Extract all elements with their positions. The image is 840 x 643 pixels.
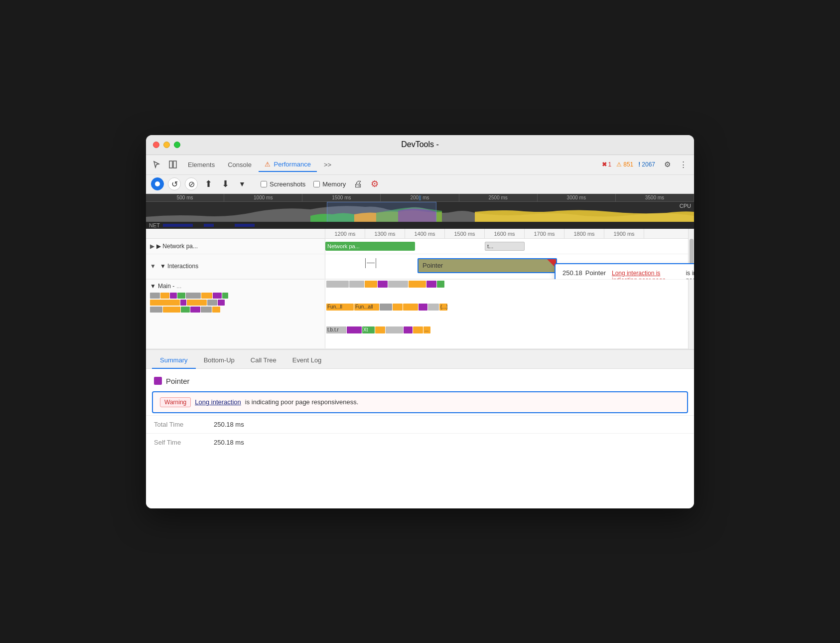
screenshots-checkbox-input[interactable] (261, 181, 267, 187)
main-track-row: ▼ Main - ... (146, 279, 694, 349)
badge-section: ✖ 1 ⚠ 851 ! 2067 ⚙ ⋮ (602, 158, 690, 171)
settings-icon[interactable]: ⚙ (660, 158, 674, 171)
settings-red-icon[interactable]: ⚙ (371, 178, 379, 189)
total-time-value: 250.18 ms (214, 421, 244, 428)
track-container: ▶ ▶ Network pa... Network pa... t... ▼ ▼… (146, 239, 694, 349)
tab-more[interactable]: >> (318, 158, 337, 171)
flame-xt (347, 326, 362, 333)
main-label-title: ▼ Main - ... (150, 283, 321, 290)
ts-1500: 1500 ms (445, 229, 485, 238)
warning-badge[interactable]: ⚠ 851 (616, 161, 633, 168)
flame-purple-1 (170, 293, 177, 299)
warning-message: is indicating poor page responsiveness. (245, 398, 359, 406)
minimize-button[interactable] (163, 142, 170, 148)
scale-2000ms: 200|| ms (381, 194, 459, 201)
svg-point-2 (155, 181, 160, 186)
flame-row-2 (150, 300, 321, 306)
main-toolbar: Elements Console ⚠ Performance >> ✖ 1 ⚠ … (146, 155, 694, 175)
flame-purple-2 (213, 293, 222, 299)
tab-elements[interactable]: Elements (182, 158, 221, 171)
flame-yellow-5 (212, 307, 220, 313)
memory-checkbox-input[interactable] (313, 181, 320, 187)
summary-title: Pointer (166, 377, 190, 385)
flame-yellow-3 (187, 300, 207, 306)
cpu-label: CPU (680, 203, 691, 209)
tab-summary[interactable]: Summary (152, 352, 196, 369)
close-button[interactable] (153, 142, 159, 148)
long-interaction-link[interactable]: Long interaction (195, 398, 241, 406)
flame-xt-label: Xt (362, 326, 375, 333)
flame-chart-main[interactable]: Fun...ll Fun...all (...) t.b.t.r (325, 280, 694, 349)
tab-performance[interactable]: ⚠ Performance (259, 158, 317, 172)
svg-rect-0 (169, 161, 172, 168)
download-button[interactable]: ⬇ (219, 177, 232, 190)
memory-checkbox[interactable]: Memory (313, 180, 346, 188)
dropdown-button[interactable]: ▼ (236, 177, 249, 190)
tooltip-long-interaction-link[interactable]: Long interaction is indicating poor page… (612, 270, 683, 279)
svg-rect-1 (173, 161, 176, 168)
scale-2500ms: 2500 ms (459, 194, 538, 201)
vertical-scrollbar[interactable] (688, 229, 694, 349)
flame-main-4 (378, 281, 388, 288)
layout-icon[interactable] (166, 158, 180, 171)
upload-button[interactable]: ⬆ (202, 177, 215, 190)
cursor-icon[interactable] (150, 158, 164, 171)
main-timeline: 1200 ms 1300 ms 1400 ms 1500 ms 1600 ms … (146, 229, 694, 349)
main-track-label[interactable]: ▼ Main - ... (146, 280, 325, 348)
tab-bottom-up[interactable]: Bottom-Up (196, 352, 243, 369)
main-track-content-left: ▼ Main - ... (150, 283, 321, 314)
t-bar[interactable]: t... (485, 242, 525, 251)
ts-1200: 1200 ms (325, 229, 365, 238)
flame-gray-2 (186, 293, 201, 299)
summary-panel: Pointer Warning Long interaction is indi… (146, 369, 694, 508)
flame-tbtr: t.b.t.r (326, 326, 346, 333)
net-label: NET (149, 222, 160, 228)
more-options-icon[interactable]: ⋮ (676, 158, 690, 171)
toolbar-icons-right: ⚙ ⋮ (660, 158, 690, 171)
main-flame-preview (150, 292, 321, 314)
ts-1700: 1700 ms (525, 229, 564, 238)
ts-1800: 1800 ms (564, 229, 604, 238)
perf-toolbar: ↺ ⊘ ⬆ ⬇ ▼ Screenshots Memory 🖨 ⚙ (146, 175, 694, 194)
flame-main-6 (409, 281, 426, 288)
warn-icon: ⚠ (616, 161, 622, 168)
warning-box: Warning Long interaction is indicating p… (152, 391, 688, 413)
total-time-label: Total Time (154, 421, 214, 428)
tooltip-title-row: 250.18 ms Pointer Long interaction is in… (562, 269, 694, 279)
tab-event-log[interactable]: Event Log (284, 352, 330, 369)
flame-dots: ... (423, 326, 430, 333)
main-label-ellipsis: ... (176, 283, 181, 290)
expand-network-icon: ▶ (150, 243, 154, 250)
flame-yellow-m4 (413, 326, 423, 333)
flame-yellow-m2 (403, 304, 418, 311)
clear-button[interactable]: ⊘ (185, 177, 198, 190)
screenshots-checkbox[interactable]: Screenshots (261, 180, 305, 188)
self-time-row: Self Time 250.18 ms (146, 433, 694, 451)
flame-main-7 (426, 281, 436, 288)
net-seg-1 (163, 224, 193, 227)
interaction-tick (365, 258, 376, 268)
flame-main-5 (388, 281, 408, 288)
info-badge[interactable]: ! 2067 (638, 161, 655, 168)
self-time-label: Self Time (154, 439, 214, 446)
timeline-selection[interactable] (327, 202, 436, 224)
flame-purple-m2 (404, 326, 413, 333)
fullscreen-button[interactable] (174, 142, 180, 148)
tab-console[interactable]: Console (222, 158, 258, 171)
total-time-row: Total Time 250.18 ms (146, 415, 694, 433)
flame-row-1 (150, 293, 321, 299)
interactions-track-content: Pointer 250.18 ms Pointer Long interacti… (325, 254, 694, 279)
network-track-label[interactable]: ▶ ▶ Network pa... (146, 239, 325, 254)
net-seg-2 (204, 224, 214, 227)
error-badge[interactable]: ✖ 1 (602, 161, 612, 168)
interactions-track-label[interactable]: ▼ ▼ Interactions (146, 254, 325, 279)
network-pa-bar[interactable]: Network pa... (325, 242, 415, 251)
tab-call-tree[interactable]: Call Tree (243, 352, 284, 369)
pointer-bar[interactable]: Pointer (418, 258, 557, 273)
ts-1900: 1900 ms (604, 229, 644, 238)
reload-profile-button[interactable]: ↺ (168, 177, 181, 190)
flame-funl-1: Fun...ll (326, 304, 354, 311)
scale-3500ms: 3500 ms (616, 194, 694, 201)
record-button[interactable] (151, 177, 164, 190)
flame-yellow-2 (201, 293, 212, 299)
